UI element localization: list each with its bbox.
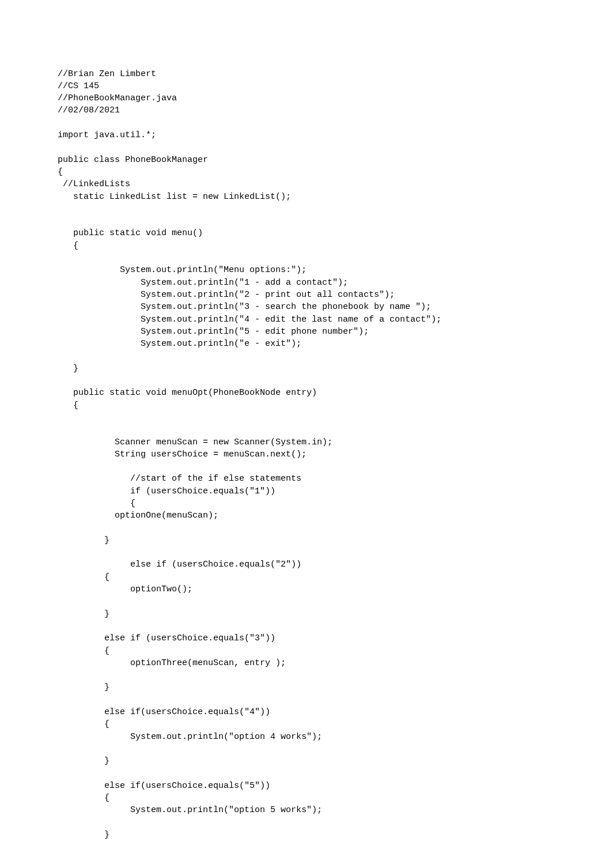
code-block: //Brian Zen Limbert //CS 145 //PhoneBook…: [58, 68, 557, 841]
code-document: //Brian Zen Limbert //CS 145 //PhoneBook…: [0, 0, 612, 868]
